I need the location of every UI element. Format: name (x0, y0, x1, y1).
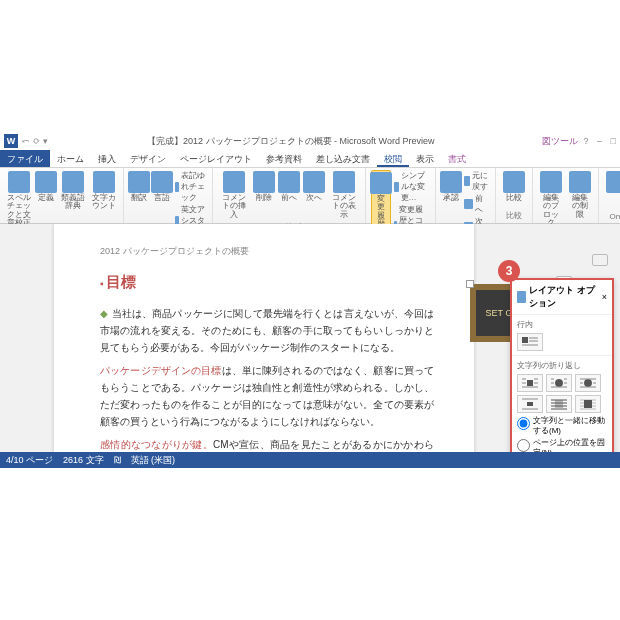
title-bar: W ⤺ ⟳ ▾ 【完成】2012 パッケージプロジェクトの概要 - Micros… (0, 132, 620, 150)
wrap-topbottom-option[interactable] (517, 395, 543, 413)
status-pages[interactable]: 4/10 ページ (6, 454, 53, 467)
tab-view[interactable]: 表示 (409, 150, 441, 167)
ribbon-stack-item[interactable]: 表記ゆれチェック (175, 170, 207, 203)
paragraph-1: ◆当社は、商品パッケージに関して最先端を行くとは言えないが、今回は市場の流れを変… (100, 305, 434, 356)
svg-rect-4 (527, 380, 533, 386)
paragraph-3: 感情的なつながりが鍵。CMや宣伝、商品を見たことがあるかにかかわらず、顧 (100, 436, 434, 452)
ribbon-button[interactable]: コメントの挿入 (218, 170, 250, 220)
wrap-through-option[interactable] (575, 374, 601, 392)
radio-move-with-text[interactable]: 文字列と一緒に移動する(M) (517, 416, 607, 435)
ribbon-button[interactable]: 翻訳 (129, 170, 149, 203)
ribbon-button[interactable]: 編集の制限 (567, 170, 593, 220)
ribbon-button[interactable]: 承認 (441, 170, 461, 203)
svg-rect-7 (584, 400, 592, 408)
ribbon-stack-item[interactable]: シンプルな変更… (394, 170, 430, 203)
minimize-icon[interactable]: – (597, 136, 602, 146)
status-bar: 4/10 ページ 2616 文字 ₪ 英語 (米国) (0, 452, 620, 468)
doc-heading: 目標 (100, 269, 434, 295)
document-area: 2012 パッケージプロジェクトの概要 目標 ◆当社は、商品パッケージに関して最… (0, 224, 620, 452)
tab-review[interactable]: 校閲 (377, 150, 409, 167)
status-ime[interactable]: ₪ (114, 455, 121, 465)
ribbon-stack-item[interactable]: 元に戻す (464, 170, 490, 192)
svg-rect-6 (555, 400, 563, 408)
status-language[interactable]: 英語 (米国) (131, 454, 176, 467)
wrap-inline-option[interactable] (517, 333, 543, 351)
ribbon-button[interactable]: 比較 (501, 170, 527, 203)
svg-rect-5 (527, 402, 533, 406)
tab-design[interactable]: デザイン (123, 150, 173, 167)
ribbon-button[interactable]: 文字カウント (90, 170, 118, 212)
ribbon-button[interactable]: 言語 (152, 170, 172, 203)
help-icon[interactable]: ? (584, 136, 589, 146)
ribbon-button[interactable]: 次へ (303, 170, 325, 203)
close-icon[interactable]: × (602, 292, 607, 302)
section-inline-label: 行内 (517, 319, 607, 330)
wrap-square-option[interactable] (517, 374, 543, 392)
tab-references[interactable]: 参考資料 (259, 150, 309, 167)
document-page[interactable]: 2012 パッケージプロジェクトの概要 目標 ◆当社は、商品パッケージに関して最… (54, 224, 474, 452)
tab-insert[interactable]: 挿入 (91, 150, 123, 167)
doc-subtitle: 2012 パッケージプロジェクトの概要 (100, 244, 434, 259)
maximize-icon[interactable]: □ (611, 136, 616, 146)
ribbon-group-label: One (604, 211, 620, 221)
ribbon-group-label: 比較 (501, 209, 527, 221)
layout-panel-title: レイアウト オプション (529, 284, 601, 310)
ribbon-button[interactable]: スペル チェックと文章校正 (5, 170, 33, 228)
ribbon-button[interactable] (604, 170, 620, 195)
ribbon-stack-item[interactable]: 前へ (464, 193, 490, 215)
bullet-icon: ◆ (100, 308, 108, 319)
status-words[interactable]: 2616 文字 (63, 454, 104, 467)
annotation-badge-3: 3 (498, 260, 520, 282)
ribbon-button[interactable]: 削除 (253, 170, 275, 203)
svg-rect-0 (522, 337, 528, 343)
ribbon-button[interactable]: 編集のブロック (538, 170, 564, 228)
wrap-behind-option[interactable] (546, 395, 572, 413)
layout-panel-icon (517, 291, 526, 303)
comment-icon[interactable] (592, 254, 608, 266)
section-wrap-label: 文字列の折り返し (517, 360, 607, 371)
tab-file[interactable]: ファイル (0, 150, 50, 167)
wrap-tight-option[interactable] (546, 374, 572, 392)
ribbon-button[interactable]: 前へ (278, 170, 300, 203)
tab-format[interactable]: 書式 (441, 150, 473, 167)
qat-icon[interactable]: ⤺ ⟳ ▾ (22, 136, 48, 146)
layout-options-panel: レイアウト オプション × 行内 文字列の折り返し 文字列と一緒に移動する(M)… (510, 278, 614, 452)
ribbon-button[interactable]: コメントの表示 (328, 170, 360, 220)
ribbon-button[interactable]: 類義語辞典 (59, 170, 87, 212)
ribbon-tabs: ファイル ホーム 挿入 デザイン ページレイアウト 参考資料 差し込み文書 校閲… (0, 150, 620, 168)
contextual-tab-group: 図ツール (542, 135, 578, 148)
tab-mailings[interactable]: 差し込み文書 (309, 150, 377, 167)
radio-fix-position[interactable]: ページ上の位置を固定(N) (517, 438, 607, 452)
word-icon: W (4, 134, 18, 148)
tab-home[interactable]: ホーム (50, 150, 91, 167)
ribbon: スペル チェックと文章校正定義類義語辞典文字カウント文章校正翻訳言語表記ゆれチェ… (0, 168, 620, 224)
wrap-front-option[interactable] (575, 395, 601, 413)
paragraph-2: パッケージデザインの目標は、単に陳列されるのではなく、顧客に買ってもらうことであ… (100, 362, 434, 430)
tab-pagelayout[interactable]: ページレイアウト (173, 150, 259, 167)
window-title: 【完成】2012 パッケージプロジェクトの概要 - Microsoft Word… (48, 135, 533, 148)
ribbon-button[interactable]: 定義 (36, 170, 56, 203)
